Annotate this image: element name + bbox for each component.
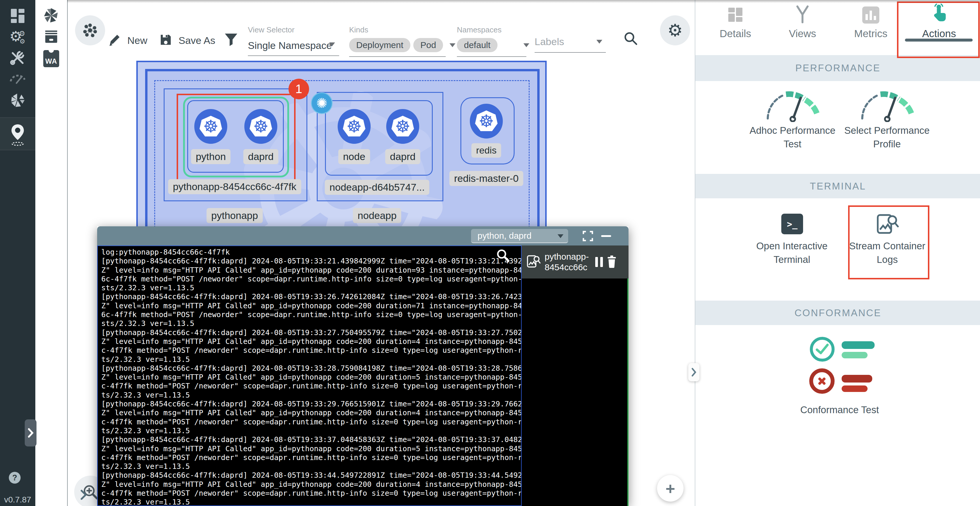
annotation-badge-1: 1 [288, 79, 309, 99]
container-redis-icon[interactable]: ☸ [470, 104, 503, 139]
log-line: Z" level=info msg="HTTP API Called" app_… [101, 302, 517, 310]
kubernetes-wheel-icon: ☸ [347, 118, 362, 135]
terminal-header[interactable]: python, daprd [97, 226, 628, 246]
new-button[interactable]: New [108, 33, 147, 48]
log-line: Z" level=info msg="HTTP API Called" app_… [101, 480, 517, 489]
pause-stream-icon[interactable] [595, 257, 603, 267]
secondary-sidebar-expand-chevron[interactable] [80, 489, 88, 501]
log-line: [pythonapp-8454cc66c-4f7fk:daprd] 2024-0… [101, 471, 517, 480]
search-icon[interactable] [623, 30, 638, 47]
sidebar-expand-tab[interactable] [25, 419, 37, 447]
tab-details[interactable]: Details [701, 0, 770, 47]
minimize-icon[interactable] [601, 235, 611, 237]
delete-session-icon[interactable] [606, 255, 617, 269]
log-line: Z" level=info msg="HTTP API Called" app_… [101, 337, 517, 346]
annotation-red-box-1 [177, 94, 296, 181]
kubernetes-wheel-icon: ☸ [253, 118, 269, 135]
meshery-pinwheel-icon[interactable] [35, 7, 67, 24]
session-name-line1: pythonapp- [545, 252, 589, 262]
kubernetes-wheel-icon: ☸ [203, 118, 218, 135]
log-line: ts/2.32.3 ver=1.13.5 [101, 498, 517, 506]
conformance-section-header: CONFORMANCE [695, 301, 980, 325]
dashboard-icon[interactable] [0, 8, 35, 25]
panel-collapse-chevron[interactable] [688, 363, 700, 381]
labels-field[interactable]: Labels [535, 36, 606, 53]
log-line: Z" level=info msg="HTTP API Called" app_… [101, 373, 517, 381]
container-label: redis [471, 143, 501, 158]
container-node-icon[interactable]: ☸ [338, 109, 371, 144]
log-sessions-panel: pythonapp- 8454cc66c [522, 246, 628, 506]
tab-views[interactable]: Views [768, 0, 837, 47]
pod-name-label: nodeapp-d64b5747... [325, 180, 429, 195]
log-line: [pythonapp-8454cc66c-4f7fk:daprd] 2024-0… [101, 328, 517, 337]
log-terminal-window: python, daprd log:pythonapp-8454cc66c-4f… [97, 226, 628, 506]
metrics-chart-icon [837, 0, 905, 24]
workload-name-label: pythonapp [207, 208, 263, 223]
archive-inbox-icon[interactable] [35, 29, 67, 45]
log-line: c-4f7fk method="POST /neworder" scope=da… [101, 381, 517, 391]
svg-text:⚙: ⚙ [19, 38, 25, 45]
gear-icon: ⚙ [667, 22, 682, 39]
log-line: ts/2.32.3 ver=1.13.5 [101, 462, 517, 471]
kind-chip-pod[interactable]: Pod [413, 38, 443, 52]
webassembly-icon[interactable]: WA [35, 50, 67, 67]
log-line: Z" level=info msg="HTTP API Called" app_… [101, 444, 517, 453]
select-performance-profile-button[interactable]: Select Performance Profile [844, 124, 930, 151]
performance-gauge-icon[interactable] [0, 70, 35, 85]
log-line: ts/2.32.3 ver=1.13.5 [101, 426, 517, 435]
location-pin-icon[interactable] [0, 123, 35, 147]
configuration-tools-icon[interactable] [0, 49, 35, 66]
chevron-down-icon [450, 43, 455, 47]
terminal-section-header: TERMINAL [695, 174, 980, 198]
visualizer-mode-button[interactable] [75, 15, 105, 45]
log-output[interactable]: log:pythonapp-8454cc66c-4f7fk[pythonapp-… [97, 246, 522, 506]
open-interactive-terminal-button[interactable]: Open Interactive Terminal [756, 239, 827, 267]
container-label: daprd [385, 149, 420, 164]
conformance-test-button[interactable]: Conformance Test [695, 333, 980, 418]
container-selector-dropdown[interactable]: python, daprd [471, 229, 568, 243]
container-daprd-icon[interactable]: ☸ [244, 109, 277, 144]
check-circle-icon [810, 337, 835, 362]
container-label: python [191, 149, 231, 164]
mesh-pattern-icon[interactable] [0, 92, 35, 109]
log-line: sts/2.32.3 ver=1.13.5 [101, 284, 517, 292]
pod-name-label: redis-master-0 [449, 171, 523, 186]
log-line: 6c-4f7fk method="POST /neworder" scope=d… [101, 275, 517, 284]
filter-funnel-icon[interactable] [224, 32, 239, 48]
log-line: log:pythonapp-8454cc66c-4f7fk [101, 248, 517, 257]
log-line: c-4f7fk method="POST /neworder" scope=da… [101, 346, 517, 355]
settings-gear-button[interactable]: ⚙ [660, 15, 690, 45]
x-circle-icon [809, 369, 835, 394]
container-daprd2-icon[interactable]: ☸ [386, 109, 419, 144]
views-y-icon [768, 0, 837, 24]
nodeapp-pod-box[interactable] [325, 100, 433, 176]
lifecycle-gears-icon[interactable]: ⚙⚙⚙ [0, 28, 35, 45]
namespace-chip-default[interactable]: default [457, 38, 498, 52]
log-session-item[interactable]: pythonapp- 8454cc66c [522, 246, 628, 278]
help-button[interactable]: ? [9, 472, 21, 484]
annotation-red-box-2 [897, 2, 980, 58]
log-line: [pythonapp-8454cc66c-4f7fk:daprd] 2024-0… [101, 364, 517, 373]
sidebar-divider [0, 150, 35, 150]
session-name-line2: 8454cc66c [545, 262, 587, 272]
primary-sidebar: ⚙⚙⚙ ? v0.7.87 [0, 0, 35, 506]
log-line: [pythonapp-8454cc66c-4f7fk:daprd] 2024-0… [101, 435, 517, 444]
fullscreen-icon[interactable] [582, 230, 593, 243]
app-version: v0.7.87 [4, 495, 31, 504]
log-line: 6c-4f7fk method="POST /neworder" scope=d… [101, 310, 517, 319]
log-line: c-4f7fk method="POST /neworder" scope=da… [101, 453, 517, 462]
log-search-icon[interactable] [495, 247, 511, 264]
add-button[interactable]: + [657, 475, 684, 501]
workload-name-label: nodeapp [353, 208, 401, 223]
log-line: [pythonapp-8454cc66c-4f7fk:daprd] 2024-0… [101, 292, 517, 301]
namespaces-field[interactable]: Namespaces default [457, 26, 529, 57]
container-label: node [338, 149, 370, 164]
log-line: c-4f7fk method="POST /neworder" scope=da… [101, 489, 517, 498]
annotation-red-box-3 [848, 205, 929, 279]
pod-name-label: pythonapp-8454cc66c-4f7fk [168, 179, 301, 194]
container-python-icon[interactable]: ☸ [194, 109, 227, 144]
tab-metrics[interactable]: Metrics [837, 0, 905, 47]
container-label: daprd [243, 149, 278, 164]
adhoc-performance-test-button[interactable]: Adhoc Performance Test [749, 124, 835, 151]
save-as-button[interactable]: Save As [159, 33, 215, 48]
